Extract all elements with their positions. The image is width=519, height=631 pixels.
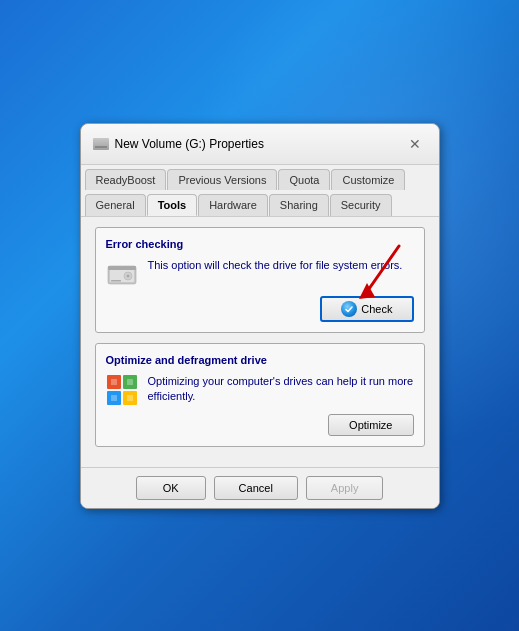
svg-point-4 — [126, 274, 129, 277]
error-checking-button-row: Check — [106, 296, 414, 322]
error-checking-inner: This option will check the drive for fil… — [106, 258, 414, 288]
properties-window: New Volume (G:) Properties ✕ ReadyBoost … — [80, 123, 440, 509]
tabs-container: ReadyBoost Previous Versions Quota Custo… — [81, 165, 439, 217]
tabs-row-2: General Tools Hardware Sharing Security — [81, 190, 439, 216]
cancel-button[interactable]: Cancel — [214, 476, 298, 500]
tab-security[interactable]: Security — [330, 194, 392, 216]
close-button[interactable]: ✕ — [403, 132, 427, 156]
defrag-icon — [106, 374, 138, 406]
error-checking-title: Error checking — [106, 238, 414, 250]
tabs-row-1: ReadyBoost Previous Versions Quota Custo… — [81, 165, 439, 190]
tab-readyboost[interactable]: ReadyBoost — [85, 169, 167, 190]
apply-button[interactable]: Apply — [306, 476, 384, 500]
optimize-text: Optimizing your computer's drives can he… — [148, 374, 414, 405]
optimize-section: Optimize and defragment drive Optimizing… — [95, 343, 425, 447]
tab-hardware[interactable]: Hardware — [198, 194, 268, 216]
error-checking-section: Error checking This option will check th… — [95, 227, 425, 333]
tab-customize[interactable]: Customize — [331, 169, 405, 190]
hdd-icon — [106, 260, 138, 288]
error-checking-text: This option will check the drive for fil… — [148, 258, 414, 273]
check-button[interactable]: Check — [320, 296, 413, 322]
drive-icon — [93, 137, 109, 151]
optimize-button-row: Optimize — [106, 414, 414, 436]
tab-sharing[interactable]: Sharing — [269, 194, 329, 216]
tab-general[interactable]: General — [85, 194, 146, 216]
check-icon — [341, 301, 357, 317]
svg-rect-5 — [111, 280, 121, 282]
optimize-button[interactable]: Optimize — [328, 414, 413, 436]
svg-rect-13 — [127, 379, 133, 385]
svg-rect-15 — [127, 395, 133, 401]
optimize-inner: Optimizing your computer's drives can he… — [106, 374, 414, 406]
svg-rect-2 — [108, 266, 136, 270]
title-bar: New Volume (G:) Properties ✕ — [81, 124, 439, 165]
tab-tools[interactable]: Tools — [147, 194, 198, 216]
bottom-bar: OK Cancel Apply — [81, 467, 439, 508]
optimize-title: Optimize and defragment drive — [106, 354, 414, 366]
window-title: New Volume (G:) Properties — [115, 137, 264, 151]
check-button-label: Check — [361, 303, 392, 315]
tab-content: Error checking This option will check th… — [81, 217, 439, 467]
title-bar-left: New Volume (G:) Properties — [93, 137, 264, 151]
svg-rect-14 — [111, 395, 117, 401]
ok-button[interactable]: OK — [136, 476, 206, 500]
tab-previous-versions[interactable]: Previous Versions — [167, 169, 277, 190]
tab-quota[interactable]: Quota — [278, 169, 330, 190]
svg-rect-12 — [111, 379, 117, 385]
